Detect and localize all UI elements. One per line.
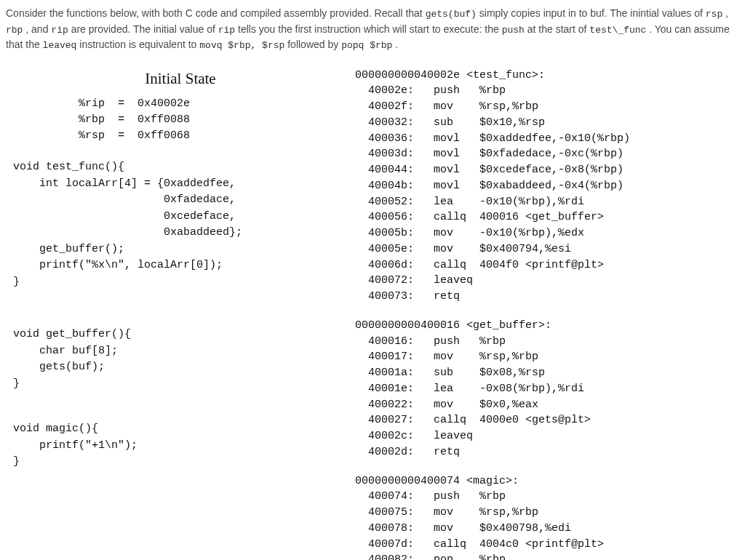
intro-code-rbp: rbp — [6, 25, 23, 36]
intro-text: simply copies input in to buf. The inint… — [479, 7, 706, 19]
right-column: 000000000040002e <test_func>: 40002e: pu… — [355, 68, 739, 561]
c-code-get-buffer: void get_buffer(){ char buf[8]; gets(buf… — [13, 327, 326, 392]
asm-test-func: 000000000040002e <test_func>: 40002e: pu… — [355, 68, 739, 305]
intro-code-gets: gets(buf) — [426, 9, 477, 20]
spacer — [49, 306, 326, 327]
intro-text: tells you the first instruction which wi… — [238, 23, 502, 35]
initial-state-registers: %rip = 0x40002e %rbp = 0xff0088 %rsp = 0… — [79, 96, 326, 143]
left-column: Initial State %rip = 0x40002e %rbp = 0xf… — [6, 68, 326, 561]
spacer — [49, 408, 326, 421]
intro-code-movq: movq $rbp, $rsp — [199, 40, 284, 51]
intro-text: are provided. The initial value of — [71, 23, 218, 35]
intro-paragraph: Consider the functions below, with both … — [6, 6, 739, 53]
intro-code-testfunc: test\_func — [589, 25, 646, 36]
intro-text: , — [725, 7, 728, 19]
c-code-test-func: void test_func(){ int localArr[4] = {0xa… — [13, 159, 326, 290]
intro-code-popq: popq $rbp — [341, 40, 392, 51]
intro-code-rsp: rsp — [706, 9, 722, 20]
intro-code-leaveq: leaveq — [43, 40, 77, 51]
intro-text: followed by — [287, 39, 341, 50]
c-code-magic: void magic(){ printf("+1\n"); } — [13, 421, 326, 471]
intro-text: Consider the functions below, with both … — [6, 7, 426, 19]
intro-text: at the start of — [527, 23, 590, 35]
intro-text: . — [395, 39, 398, 50]
initial-state-title: Initial State — [35, 68, 326, 91]
intro-text: , and — [25, 23, 51, 35]
intro-code-rip: rip — [51, 25, 68, 36]
asm-magic: 0000000000400074 <magic>: 400074: push %… — [355, 473, 739, 561]
content-columns: Initial State %rip = 0x40002e %rbp = 0xf… — [6, 68, 739, 561]
asm-get-buffer: 0000000000400016 <get_buffer>: 400016: p… — [355, 318, 739, 460]
intro-code-rip2: rip — [218, 25, 235, 36]
intro-code-push: push — [502, 25, 525, 36]
intro-text: instruction is equivalent to — [79, 39, 199, 50]
